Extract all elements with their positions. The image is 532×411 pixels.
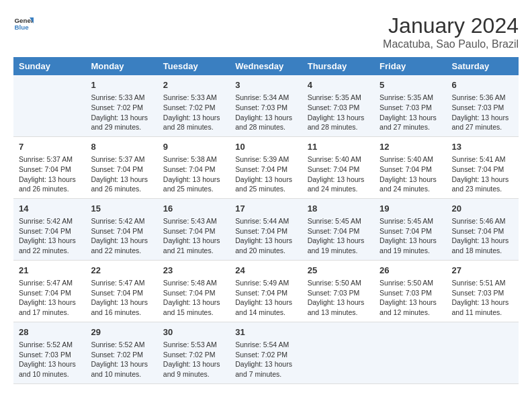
day-header-thursday: Thursday xyxy=(302,57,374,75)
header: General Blue January 2024 Macatuba, Sao … xyxy=(13,13,519,50)
day-number: 9 xyxy=(163,141,224,153)
day-header-saturday: Saturday xyxy=(447,57,519,75)
day-number: 14 xyxy=(19,203,80,215)
day-header-monday: Monday xyxy=(85,57,157,75)
header-row: SundayMondayTuesdayWednesdayThursdayFrid… xyxy=(13,57,519,75)
calendar-cell: 14Sunrise: 5:42 AMSunset: 7:04 PMDayligh… xyxy=(13,198,85,260)
logo: General Blue xyxy=(13,13,34,34)
week-row-5: 28Sunrise: 5:52 AMSunset: 7:03 PMDayligh… xyxy=(13,322,519,383)
day-number: 19 xyxy=(380,203,441,215)
day-number: 28 xyxy=(19,326,80,338)
day-number: 31 xyxy=(235,326,296,338)
cell-info: Sunrise: 5:35 AMSunset: 7:03 PMDaylight:… xyxy=(308,93,369,132)
calendar-cell: 13Sunrise: 5:41 AMSunset: 7:04 PMDayligh… xyxy=(447,136,519,198)
day-header-wednesday: Wednesday xyxy=(230,57,302,75)
cell-info: Sunrise: 5:34 AMSunset: 7:03 PMDaylight:… xyxy=(235,93,296,132)
calendar-cell: 6Sunrise: 5:36 AMSunset: 7:03 PMDaylight… xyxy=(447,75,519,136)
day-number: 23 xyxy=(163,265,224,277)
cell-info: Sunrise: 5:38 AMSunset: 7:04 PMDaylight:… xyxy=(163,154,224,194)
day-number: 27 xyxy=(452,265,513,277)
day-number: 2 xyxy=(163,79,224,91)
cell-info: Sunrise: 5:51 AMSunset: 7:03 PMDaylight:… xyxy=(452,278,513,318)
cell-info: Sunrise: 5:42 AMSunset: 7:04 PMDaylight:… xyxy=(19,216,80,256)
day-number: 15 xyxy=(91,203,152,215)
cell-info: Sunrise: 5:50 AMSunset: 7:03 PMDaylight:… xyxy=(380,278,441,318)
title-area: January 2024 Macatuba, Sao Paulo, Brazil xyxy=(383,13,519,50)
calendar-cell: 2Sunrise: 5:33 AMSunset: 7:02 PMDaylight… xyxy=(158,75,230,136)
day-number: 3 xyxy=(235,79,296,91)
day-number: 5 xyxy=(380,79,441,91)
cell-info: Sunrise: 5:52 AMSunset: 7:03 PMDaylight:… xyxy=(19,340,80,379)
cell-info: Sunrise: 5:47 AMSunset: 7:04 PMDaylight:… xyxy=(91,278,152,318)
day-number: 12 xyxy=(380,141,441,153)
calendar-cell: 1Sunrise: 5:33 AMSunset: 7:02 PMDaylight… xyxy=(85,75,157,136)
calendar-cell: 30Sunrise: 5:53 AMSunset: 7:02 PMDayligh… xyxy=(158,322,230,383)
calendar-cell: 10Sunrise: 5:39 AMSunset: 7:04 PMDayligh… xyxy=(230,136,302,198)
day-header-friday: Friday xyxy=(374,57,446,75)
cell-info: Sunrise: 5:45 AMSunset: 7:04 PMDaylight:… xyxy=(308,216,369,256)
day-number: 24 xyxy=(235,265,296,277)
day-number: 17 xyxy=(235,203,296,215)
cell-info: Sunrise: 5:45 AMSunset: 7:04 PMDaylight:… xyxy=(380,216,441,256)
cell-info: Sunrise: 5:42 AMSunset: 7:04 PMDaylight:… xyxy=(91,216,152,256)
calendar-cell: 29Sunrise: 5:52 AMSunset: 7:02 PMDayligh… xyxy=(85,322,157,383)
cell-info: Sunrise: 5:37 AMSunset: 7:04 PMDaylight:… xyxy=(19,154,80,194)
cell-info: Sunrise: 5:33 AMSunset: 7:02 PMDaylight:… xyxy=(163,93,224,132)
cell-info: Sunrise: 5:47 AMSunset: 7:04 PMDaylight:… xyxy=(19,278,80,318)
day-number: 22 xyxy=(91,265,152,277)
calendar-cell: 9Sunrise: 5:38 AMSunset: 7:04 PMDaylight… xyxy=(158,136,230,198)
day-number: 10 xyxy=(235,141,296,153)
calendar-cell: 20Sunrise: 5:46 AMSunset: 7:04 PMDayligh… xyxy=(447,198,519,260)
day-number: 16 xyxy=(163,203,224,215)
calendar-cell: 19Sunrise: 5:45 AMSunset: 7:04 PMDayligh… xyxy=(374,198,446,260)
week-row-3: 14Sunrise: 5:42 AMSunset: 7:04 PMDayligh… xyxy=(13,198,519,260)
week-row-1: 1Sunrise: 5:33 AMSunset: 7:02 PMDaylight… xyxy=(13,75,519,136)
calendar-cell: 18Sunrise: 5:45 AMSunset: 7:04 PMDayligh… xyxy=(302,198,374,260)
calendar-cell: 7Sunrise: 5:37 AMSunset: 7:04 PMDaylight… xyxy=(13,136,85,198)
calendar-cell: 31Sunrise: 5:54 AMSunset: 7:02 PMDayligh… xyxy=(230,322,302,383)
day-header-sunday: Sunday xyxy=(13,57,85,75)
calendar-cell: 16Sunrise: 5:43 AMSunset: 7:04 PMDayligh… xyxy=(158,198,230,260)
cell-info: Sunrise: 5:49 AMSunset: 7:04 PMDaylight:… xyxy=(235,278,296,318)
day-number: 30 xyxy=(163,326,224,338)
cell-info: Sunrise: 5:44 AMSunset: 7:04 PMDaylight:… xyxy=(235,216,296,256)
week-row-2: 7Sunrise: 5:37 AMSunset: 7:04 PMDaylight… xyxy=(13,136,519,198)
calendar-cell: 26Sunrise: 5:50 AMSunset: 7:03 PMDayligh… xyxy=(374,260,446,322)
cell-info: Sunrise: 5:36 AMSunset: 7:03 PMDaylight:… xyxy=(452,93,513,132)
day-number: 13 xyxy=(452,141,513,153)
calendar-cell: 25Sunrise: 5:50 AMSunset: 7:03 PMDayligh… xyxy=(302,260,374,322)
day-number: 1 xyxy=(91,79,152,91)
cell-info: Sunrise: 5:35 AMSunset: 7:03 PMDaylight:… xyxy=(380,93,441,132)
day-number: 8 xyxy=(91,141,152,153)
day-number: 25 xyxy=(308,265,369,277)
day-number: 26 xyxy=(380,265,441,277)
calendar-cell: 4Sunrise: 5:35 AMSunset: 7:03 PMDaylight… xyxy=(302,75,374,136)
cell-info: Sunrise: 5:43 AMSunset: 7:04 PMDaylight:… xyxy=(163,216,224,256)
calendar-cell xyxy=(447,322,519,383)
day-number: 7 xyxy=(19,141,80,153)
calendar-cell: 12Sunrise: 5:40 AMSunset: 7:04 PMDayligh… xyxy=(374,136,446,198)
calendar-cell: 11Sunrise: 5:40 AMSunset: 7:04 PMDayligh… xyxy=(302,136,374,198)
cell-info: Sunrise: 5:46 AMSunset: 7:04 PMDaylight:… xyxy=(452,216,513,256)
logo-icon: General Blue xyxy=(13,13,34,34)
main-title: January 2024 xyxy=(383,13,519,38)
calendar-cell: 5Sunrise: 5:35 AMSunset: 7:03 PMDaylight… xyxy=(374,75,446,136)
cell-info: Sunrise: 5:48 AMSunset: 7:04 PMDaylight:… xyxy=(163,278,224,318)
week-row-4: 21Sunrise: 5:47 AMSunset: 7:04 PMDayligh… xyxy=(13,260,519,322)
calendar-cell: 21Sunrise: 5:47 AMSunset: 7:04 PMDayligh… xyxy=(13,260,85,322)
cell-info: Sunrise: 5:40 AMSunset: 7:04 PMDaylight:… xyxy=(308,154,369,194)
cell-info: Sunrise: 5:52 AMSunset: 7:02 PMDaylight:… xyxy=(91,340,152,379)
calendar-cell: 24Sunrise: 5:49 AMSunset: 7:04 PMDayligh… xyxy=(230,260,302,322)
calendar-table: SundayMondayTuesdayWednesdayThursdayFrid… xyxy=(13,57,519,384)
day-number: 6 xyxy=(452,79,513,91)
cell-info: Sunrise: 5:33 AMSunset: 7:02 PMDaylight:… xyxy=(91,93,152,132)
calendar-cell xyxy=(374,322,446,383)
day-number: 11 xyxy=(308,141,369,153)
calendar-cell: 15Sunrise: 5:42 AMSunset: 7:04 PMDayligh… xyxy=(85,198,157,260)
cell-info: Sunrise: 5:37 AMSunset: 7:04 PMDaylight:… xyxy=(91,154,152,194)
calendar-cell: 8Sunrise: 5:37 AMSunset: 7:04 PMDaylight… xyxy=(85,136,157,198)
cell-info: Sunrise: 5:50 AMSunset: 7:03 PMDaylight:… xyxy=(308,278,369,318)
calendar-cell: 17Sunrise: 5:44 AMSunset: 7:04 PMDayligh… xyxy=(230,198,302,260)
calendar-cell xyxy=(302,322,374,383)
cell-info: Sunrise: 5:40 AMSunset: 7:04 PMDaylight:… xyxy=(380,154,441,194)
